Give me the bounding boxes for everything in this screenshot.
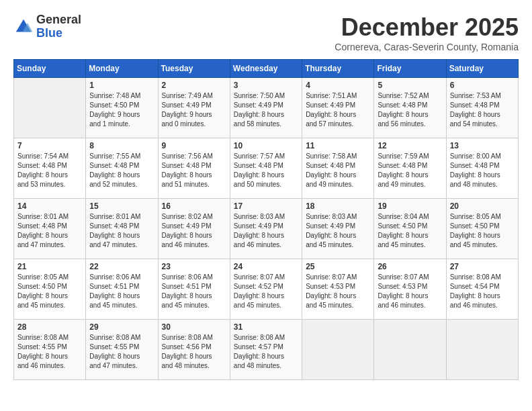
day-info: Sunrise: 8:08 AM Sunset: 4:57 PM Dayligh… xyxy=(234,333,298,371)
logo: General Blue xyxy=(13,13,81,40)
day-number: 18 xyxy=(306,201,370,211)
day-number: 11 xyxy=(306,141,370,150)
weekday-header-thursday: Thursday xyxy=(302,60,374,78)
calendar-day-cell: 1Sunrise: 7:48 AM Sunset: 4:50 PM Daylig… xyxy=(86,78,158,138)
logo-text: General Blue xyxy=(36,13,81,40)
calendar-day-cell: 27Sunrise: 8:08 AM Sunset: 4:54 PM Dayli… xyxy=(446,259,518,320)
day-info: Sunrise: 7:57 AM Sunset: 4:48 PM Dayligh… xyxy=(234,152,298,189)
day-number: 16 xyxy=(162,201,226,211)
day-info: Sunrise: 7:51 AM Sunset: 4:49 PM Dayligh… xyxy=(306,91,370,129)
day-number: 7 xyxy=(17,141,82,150)
day-info: Sunrise: 7:49 AM Sunset: 4:49 PM Dayligh… xyxy=(162,91,226,129)
day-number: 10 xyxy=(234,141,298,150)
calendar-week-row: 21Sunrise: 8:05 AM Sunset: 4:50 PM Dayli… xyxy=(14,259,519,320)
day-number: 24 xyxy=(234,262,298,271)
calendar-day-cell: 31Sunrise: 8:08 AM Sunset: 4:57 PM Dayli… xyxy=(230,320,302,380)
day-info: Sunrise: 7:58 AM Sunset: 4:48 PM Dayligh… xyxy=(306,152,370,189)
day-info: Sunrise: 8:08 AM Sunset: 4:55 PM Dayligh… xyxy=(89,333,154,371)
weekday-header-tuesday: Tuesday xyxy=(158,60,230,78)
day-info: Sunrise: 8:08 AM Sunset: 4:55 PM Dayligh… xyxy=(17,333,82,371)
calendar-title: December 2025 xyxy=(335,13,519,42)
calendar-day-cell: 16Sunrise: 8:02 AM Sunset: 4:49 PM Dayli… xyxy=(158,199,230,259)
day-number: 31 xyxy=(234,322,298,332)
day-info: Sunrise: 7:55 AM Sunset: 4:48 PM Dayligh… xyxy=(89,152,154,189)
day-info: Sunrise: 8:01 AM Sunset: 4:48 PM Dayligh… xyxy=(17,212,82,250)
calendar-day-cell: 25Sunrise: 8:07 AM Sunset: 4:53 PM Dayli… xyxy=(302,259,374,320)
day-info: Sunrise: 7:59 AM Sunset: 4:48 PM Dayligh… xyxy=(378,152,442,189)
calendar-week-row: 14Sunrise: 8:01 AM Sunset: 4:48 PM Dayli… xyxy=(14,199,519,259)
day-number: 5 xyxy=(378,81,442,90)
day-number: 14 xyxy=(17,201,82,211)
calendar-day-cell: 19Sunrise: 8:04 AM Sunset: 4:50 PM Dayli… xyxy=(374,199,446,259)
day-info: Sunrise: 8:06 AM Sunset: 4:51 PM Dayligh… xyxy=(89,273,154,310)
calendar-day-cell: 30Sunrise: 8:08 AM Sunset: 4:56 PM Dayli… xyxy=(158,320,230,380)
day-number: 28 xyxy=(17,322,82,332)
day-info: Sunrise: 8:08 AM Sunset: 4:56 PM Dayligh… xyxy=(162,333,226,371)
page-header: General Blue December 2025 Cornereva, Ca… xyxy=(13,13,519,52)
calendar-week-row: 1Sunrise: 7:48 AM Sunset: 4:50 PM Daylig… xyxy=(14,78,519,138)
day-number: 15 xyxy=(89,201,154,211)
day-info: Sunrise: 7:48 AM Sunset: 4:50 PM Dayligh… xyxy=(89,91,154,129)
day-number: 19 xyxy=(378,201,442,211)
calendar-day-cell: 17Sunrise: 8:03 AM Sunset: 4:49 PM Dayli… xyxy=(230,199,302,259)
empty-cell xyxy=(302,320,374,380)
day-number: 12 xyxy=(378,141,442,150)
day-info: Sunrise: 7:53 AM Sunset: 4:48 PM Dayligh… xyxy=(450,91,515,129)
weekday-header-friday: Friday xyxy=(374,60,446,78)
day-number: 29 xyxy=(89,322,154,332)
weekday-header-monday: Monday xyxy=(86,60,158,78)
calendar-day-cell: 2Sunrise: 7:49 AM Sunset: 4:49 PM Daylig… xyxy=(158,78,230,138)
logo-icon xyxy=(13,17,34,37)
day-info: Sunrise: 7:56 AM Sunset: 4:48 PM Dayligh… xyxy=(162,152,226,189)
day-info: Sunrise: 8:07 AM Sunset: 4:53 PM Dayligh… xyxy=(306,273,370,310)
calendar-day-cell: 7Sunrise: 7:54 AM Sunset: 4:48 PM Daylig… xyxy=(14,138,86,199)
empty-cell xyxy=(446,320,518,380)
day-number: 21 xyxy=(17,262,82,271)
calendar-day-cell: 13Sunrise: 8:00 AM Sunset: 4:48 PM Dayli… xyxy=(446,138,518,199)
day-number: 13 xyxy=(450,141,515,150)
empty-cell xyxy=(374,320,446,380)
day-info: Sunrise: 7:52 AM Sunset: 4:48 PM Dayligh… xyxy=(378,91,442,129)
calendar-day-cell: 22Sunrise: 8:06 AM Sunset: 4:51 PM Dayli… xyxy=(86,259,158,320)
day-number: 2 xyxy=(162,81,226,90)
day-number: 27 xyxy=(450,262,515,271)
calendar-subtitle: Cornereva, Caras-Severin County, Romania xyxy=(335,42,519,52)
calendar-day-cell: 3Sunrise: 7:50 AM Sunset: 4:49 PM Daylig… xyxy=(230,78,302,138)
day-number: 17 xyxy=(234,201,298,211)
day-info: Sunrise: 8:01 AM Sunset: 4:48 PM Dayligh… xyxy=(89,212,154,250)
weekday-header-wednesday: Wednesday xyxy=(230,60,302,78)
day-info: Sunrise: 8:05 AM Sunset: 4:50 PM Dayligh… xyxy=(450,212,515,250)
calendar-week-row: 28Sunrise: 8:08 AM Sunset: 4:55 PM Dayli… xyxy=(14,320,519,380)
day-number: 1 xyxy=(89,81,154,90)
day-info: Sunrise: 8:02 AM Sunset: 4:49 PM Dayligh… xyxy=(162,212,226,250)
calendar-day-cell: 29Sunrise: 8:08 AM Sunset: 4:55 PM Dayli… xyxy=(86,320,158,380)
calendar-day-cell: 9Sunrise: 7:56 AM Sunset: 4:48 PM Daylig… xyxy=(158,138,230,199)
day-info: Sunrise: 8:03 AM Sunset: 4:49 PM Dayligh… xyxy=(306,212,370,250)
day-info: Sunrise: 8:03 AM Sunset: 4:49 PM Dayligh… xyxy=(234,212,298,250)
calendar-day-cell: 10Sunrise: 7:57 AM Sunset: 4:48 PM Dayli… xyxy=(230,138,302,199)
calendar-table: SundayMondayTuesdayWednesdayThursdayFrid… xyxy=(13,59,519,380)
calendar-day-cell: 5Sunrise: 7:52 AM Sunset: 4:48 PM Daylig… xyxy=(374,78,446,138)
day-info: Sunrise: 8:08 AM Sunset: 4:54 PM Dayligh… xyxy=(450,273,515,310)
day-info: Sunrise: 7:50 AM Sunset: 4:49 PM Dayligh… xyxy=(234,91,298,129)
day-number: 9 xyxy=(162,141,226,150)
day-info: Sunrise: 8:07 AM Sunset: 4:52 PM Dayligh… xyxy=(234,273,298,310)
calendar-day-cell: 21Sunrise: 8:05 AM Sunset: 4:50 PM Dayli… xyxy=(14,259,86,320)
day-info: Sunrise: 8:06 AM Sunset: 4:51 PM Dayligh… xyxy=(162,273,226,310)
calendar-day-cell: 12Sunrise: 7:59 AM Sunset: 4:48 PM Dayli… xyxy=(374,138,446,199)
day-number: 4 xyxy=(306,81,370,90)
weekday-header-saturday: Saturday xyxy=(446,60,518,78)
day-info: Sunrise: 8:04 AM Sunset: 4:50 PM Dayligh… xyxy=(378,212,442,250)
calendar-day-cell: 28Sunrise: 8:08 AM Sunset: 4:55 PM Dayli… xyxy=(14,320,86,380)
day-info: Sunrise: 8:05 AM Sunset: 4:50 PM Dayligh… xyxy=(17,273,82,310)
day-number: 26 xyxy=(378,262,442,271)
day-number: 8 xyxy=(89,141,154,150)
calendar-day-cell: 11Sunrise: 7:58 AM Sunset: 4:48 PM Dayli… xyxy=(302,138,374,199)
day-number: 20 xyxy=(450,201,515,211)
day-number: 22 xyxy=(89,262,154,271)
day-number: 6 xyxy=(450,81,515,90)
calendar-day-cell: 23Sunrise: 8:06 AM Sunset: 4:51 PM Dayli… xyxy=(158,259,230,320)
empty-cell xyxy=(14,78,86,138)
calendar-day-cell: 26Sunrise: 8:07 AM Sunset: 4:53 PM Dayli… xyxy=(374,259,446,320)
calendar-day-cell: 20Sunrise: 8:05 AM Sunset: 4:50 PM Dayli… xyxy=(446,199,518,259)
